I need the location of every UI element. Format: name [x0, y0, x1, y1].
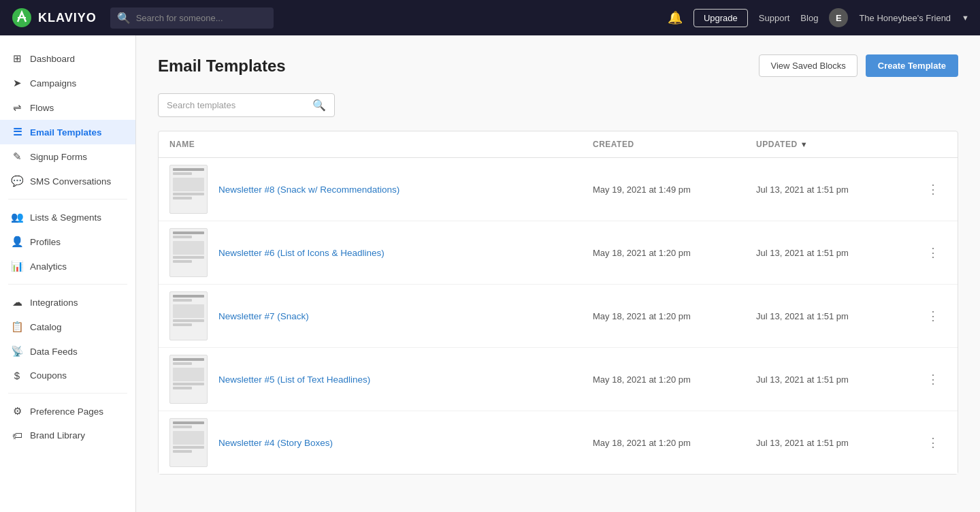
template-name-link[interactable]: Newsletter #7 (Snack) [218, 311, 593, 321]
template-updated-date: Jul 13, 2021 at 1:51 pm [756, 185, 919, 195]
user-name[interactable]: The Honeybee's Friend [859, 13, 951, 23]
template-updated-date: Jul 13, 2021 at 1:51 pm [756, 311, 919, 321]
sidebar-item-profiles[interactable]: 👤 Profiles [0, 229, 135, 254]
row-actions-menu[interactable]: ⋮ [919, 182, 947, 197]
sidebar-item-data-feeds[interactable]: 📡 Data Feeds [0, 339, 135, 364]
table-row: Newsletter #8 (Snack w/ Recommendations)… [159, 158, 958, 221]
template-created-date: May 18, 2021 at 1:20 pm [593, 248, 756, 258]
search-area: 🔍 [158, 93, 958, 117]
sidebar-item-label: Catalog [30, 322, 62, 332]
template-name-link[interactable]: Newsletter #4 (Story Boxes) [218, 438, 593, 448]
profiles-icon: 👤 [11, 236, 23, 248]
sidebar: ⊞ Dashboard ➤ Campaigns ⇌ Flows ☰ Email … [0, 35, 136, 512]
data-feeds-icon: 📡 [11, 345, 23, 357]
coupons-icon: $ [11, 370, 23, 381]
table-row: Newsletter #7 (Snack) May 18, 2021 at 1:… [159, 285, 958, 348]
logo[interactable]: KLAVIYO [11, 7, 97, 29]
upgrade-button[interactable]: Upgrade [693, 9, 748, 27]
sidebar-item-catalog[interactable]: 📋 Catalog [0, 315, 135, 339]
table-header: Name Created Updated ▼ [159, 131, 958, 158]
col-header-updated[interactable]: Updated ▼ [756, 140, 919, 149]
template-updated-date: Jul 13, 2021 at 1:51 pm [756, 248, 919, 258]
main-content: Email Templates View Saved Blocks Create… [136, 35, 980, 512]
sidebar-item-email-templates[interactable]: ☰ Email Templates [0, 120, 135, 144]
sidebar-divider-1 [8, 199, 127, 199]
notifications-bell[interactable]: 🔔 [668, 10, 683, 25]
col-updated-label: Updated [756, 140, 798, 149]
brand-library-icon: 🏷 [11, 430, 23, 441]
row-actions-menu[interactable]: ⋮ [919, 372, 947, 387]
sidebar-item-analytics[interactable]: 📊 Analytics [0, 254, 135, 278]
sidebar-item-campaigns[interactable]: ➤ Campaigns [0, 71, 135, 95]
search-icon: 🔍 [117, 12, 131, 25]
signup-forms-icon: ✎ [11, 150, 23, 163]
col-header-created: Created [593, 140, 756, 149]
sidebar-item-label: Coupons [30, 370, 67, 381]
sidebar-divider-3 [8, 393, 127, 394]
sidebar-item-flows[interactable]: ⇌ Flows [0, 95, 135, 120]
template-created-date: May 18, 2021 at 1:20 pm [593, 438, 756, 448]
search-icon: 🔍 [312, 99, 326, 112]
sidebar-item-label: Profiles [30, 237, 61, 247]
sidebar-item-preference-pages[interactable]: ⚙ Preference Pages [0, 399, 135, 423]
global-search-input[interactable] [136, 13, 267, 23]
sidebar-item-integrations[interactable]: ☁ Integrations [0, 290, 135, 315]
row-actions-menu[interactable]: ⋮ [919, 308, 947, 323]
user-menu-chevron[interactable]: ▼ [962, 14, 969, 22]
sidebar-item-label: Brand Library [30, 430, 85, 441]
template-search-input[interactable] [167, 100, 307, 110]
template-created-date: May 18, 2021 at 1:20 pm [593, 374, 756, 385]
template-table: Name Created Updated ▼ Newsletter #8 (Sn… [158, 131, 958, 475]
sidebar-item-label: Campaigns [30, 78, 76, 89]
sidebar-item-coupons[interactable]: $ Coupons [0, 364, 135, 387]
sidebar-item-label: Preference Pages [30, 406, 103, 417]
header-actions: View Saved Blocks Create Template [759, 54, 958, 77]
sort-arrow-icon: ▼ [800, 140, 808, 148]
template-name-link[interactable]: Newsletter #5 (List of Text Headlines) [218, 374, 593, 385]
support-link[interactable]: Support [759, 13, 790, 23]
view-saved-blocks-button[interactable]: View Saved Blocks [759, 54, 857, 77]
template-name-link[interactable]: Newsletter #6 (List of Icons & Headlines… [218, 248, 593, 258]
sidebar-main-section: ⊞ Dashboard ➤ Campaigns ⇌ Flows ☰ Email … [0, 46, 135, 193]
sms-icon: 💬 [11, 175, 23, 187]
campaigns-icon: ➤ [11, 77, 23, 89]
flows-icon: ⇌ [11, 101, 23, 114]
sidebar-item-label: Lists & Segments [30, 212, 101, 223]
blog-link[interactable]: Blog [800, 13, 818, 23]
row-actions-menu[interactable]: ⋮ [919, 245, 947, 260]
analytics-icon: 📊 [11, 260, 23, 272]
template-thumbnail [169, 228, 208, 277]
avatar[interactable]: E [829, 8, 848, 27]
sidebar-item-label: Integrations [30, 298, 78, 308]
sidebar-item-label: Analytics [30, 261, 67, 272]
sidebar-extra-section: ⚙ Preference Pages 🏷 Brand Library [0, 399, 135, 447]
sidebar-item-label: Data Feeds [30, 347, 78, 357]
page-title: Email Templates [158, 57, 286, 76]
sidebar-item-sms-conversations[interactable]: 💬 SMS Conversations [0, 169, 135, 193]
global-search[interactable]: 🔍 [110, 7, 274, 29]
sidebar-item-brand-library[interactable]: 🏷 Brand Library [0, 423, 135, 447]
table-row: Newsletter #5 (List of Text Headlines) M… [159, 348, 958, 411]
sidebar-item-signup-forms[interactable]: ✎ Signup Forms [0, 144, 135, 169]
table-row: Newsletter #6 (List of Icons & Headlines… [159, 221, 958, 285]
sidebar-item-label: Flows [30, 103, 54, 113]
sidebar-data-section: 👥 Lists & Segments 👤 Profiles 📊 Analytic… [0, 205, 135, 278]
row-actions-menu[interactable]: ⋮ [919, 435, 947, 450]
sidebar-item-dashboard[interactable]: ⊞ Dashboard [0, 46, 135, 71]
sidebar-item-lists-segments[interactable]: 👥 Lists & Segments [0, 205, 135, 229]
email-templates-icon: ☰ [11, 126, 23, 138]
template-thumbnail [169, 291, 208, 340]
template-thumbnail [169, 165, 208, 214]
col-header-name: Name [169, 140, 593, 149]
template-search-container[interactable]: 🔍 [158, 93, 335, 117]
topnav-right: 🔔 Upgrade Support Blog E The Honeybee's … [668, 8, 969, 27]
template-created-date: May 18, 2021 at 1:20 pm [593, 311, 756, 321]
sidebar-divider-2 [8, 284, 127, 285]
template-name-link[interactable]: Newsletter #8 (Snack w/ Recommendations) [218, 185, 593, 195]
lists-icon: 👥 [11, 211, 23, 223]
create-template-button[interactable]: Create Template [866, 54, 958, 77]
catalog-icon: 📋 [11, 321, 23, 333]
logo-text: KLAVIYO [38, 11, 97, 25]
template-updated-date: Jul 13, 2021 at 1:51 pm [756, 438, 919, 448]
sidebar-item-label: Signup Forms [30, 152, 87, 162]
